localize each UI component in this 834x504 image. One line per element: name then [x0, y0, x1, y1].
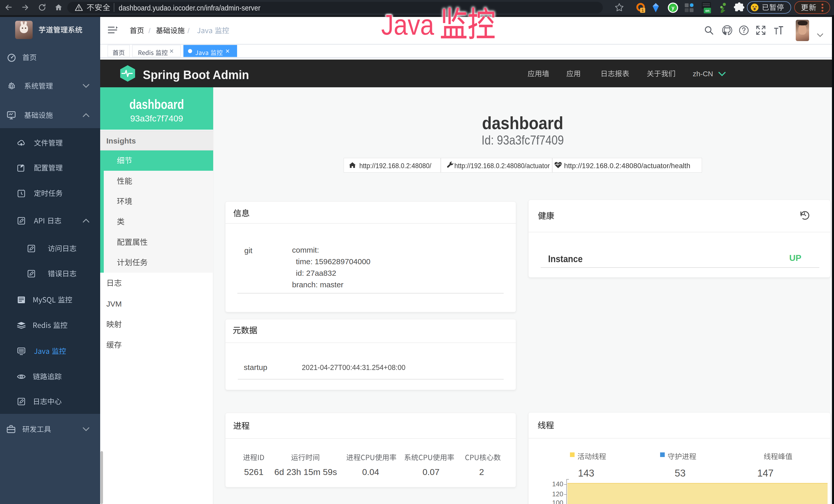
- svg-text:1: 1: [642, 8, 644, 13]
- svg-text:on: on: [705, 9, 709, 13]
- svg-text:y: y: [672, 5, 675, 10]
